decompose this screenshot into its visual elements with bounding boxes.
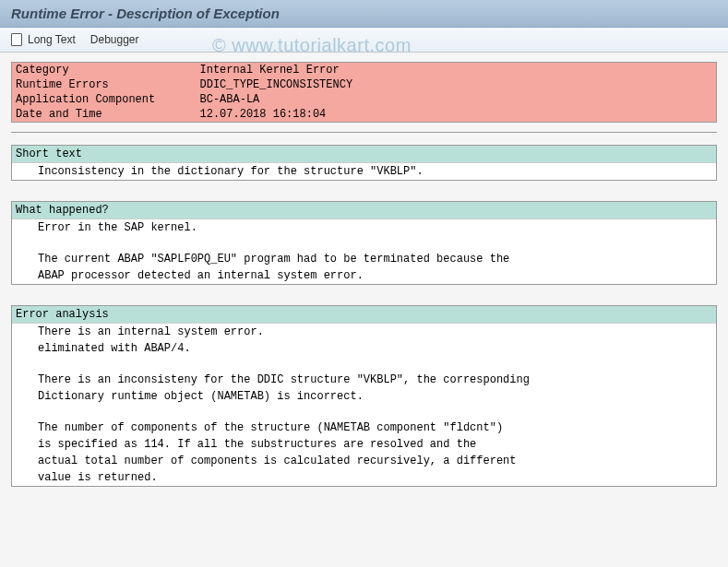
section-header: Error analysis	[12, 305, 716, 324]
table-row: Category Internal Kernel Error	[12, 63, 717, 78]
section-line	[12, 405, 716, 419]
section-line: Error in the SAP kernel.	[12, 219, 716, 236]
debugger-label: Debugger	[90, 33, 139, 46]
error-info-table: Category Internal Kernel Error Runtime E…	[11, 62, 717, 123]
divider	[11, 132, 717, 137]
section-line: There is an internal system error.	[12, 324, 716, 340]
category-value: Internal Kernel Error	[197, 63, 717, 78]
datetime-value: 12.07.2018 16:18:04	[197, 107, 717, 123]
section-body: There is an internal system error. elimi…	[12, 324, 716, 486]
category-label: Category	[12, 63, 197, 78]
debugger-button[interactable]: Debugger	[90, 33, 139, 46]
long-text-button[interactable]: Long Text	[9, 32, 76, 47]
section-line: The number of components of the structur…	[12, 419, 716, 436]
section-line	[12, 357, 716, 372]
section-body: Error in the SAP kernel. The current ABA…	[12, 219, 716, 284]
app-component-label: Application Component	[12, 92, 197, 107]
section-line: Dictionary runtime object (NAMETAB) is i…	[12, 388, 716, 405]
table-row: Application Component BC-ABA-LA	[12, 92, 717, 107]
section-header: What happened?	[12, 201, 716, 219]
section-line	[12, 236, 716, 251]
section-line: ABAP processor detected an internal syst…	[12, 267, 716, 284]
section-line: actual total number of components is cal…	[12, 453, 716, 469]
section-header: Short text	[12, 145, 716, 163]
section-line: value is returned.	[12, 469, 716, 486]
long-text-label: Long Text	[28, 33, 76, 46]
error-analysis-section: Error analysis There is an internal syst…	[11, 305, 717, 487]
section-line: is specified as 114. If all the substruc…	[12, 436, 716, 453]
datetime-label: Date and Time	[12, 107, 197, 123]
section-line: eliminated with ABAP/4.	[12, 340, 716, 357]
runtime-errors-label: Runtime Errors	[12, 77, 197, 92]
section-line: The current ABAP "SAPLF0PQ_EU" program h…	[12, 251, 716, 267]
title-bar: Runtime Error - Description of Exception	[0, 0, 728, 28]
runtime-errors-value: DDIC_TYPE_INCONSISTENCY	[197, 77, 717, 92]
content-area: Category Internal Kernel Error Runtime E…	[0, 53, 728, 516]
page-title: Runtime Error - Description of Exception	[11, 6, 280, 21]
app-component-value: BC-ABA-LA	[197, 92, 717, 107]
table-row: Date and Time 12.07.2018 16:18:04	[12, 107, 717, 123]
section-line: Inconsistency in the dictionary for the …	[12, 163, 716, 180]
short-text-section: Short text Inconsistency in the dictiona…	[11, 145, 717, 181]
section-body: Inconsistency in the dictionary for the …	[12, 163, 716, 180]
what-happened-section: What happened? Error in the SAP kernel. …	[11, 201, 717, 285]
toolbar: Long Text Debugger	[0, 28, 728, 53]
table-row: Runtime Errors DDIC_TYPE_INCONSISTENCY	[12, 77, 717, 92]
section-line: There is an inconsisteny for the DDIC st…	[12, 372, 716, 388]
document-icon	[9, 32, 24, 47]
